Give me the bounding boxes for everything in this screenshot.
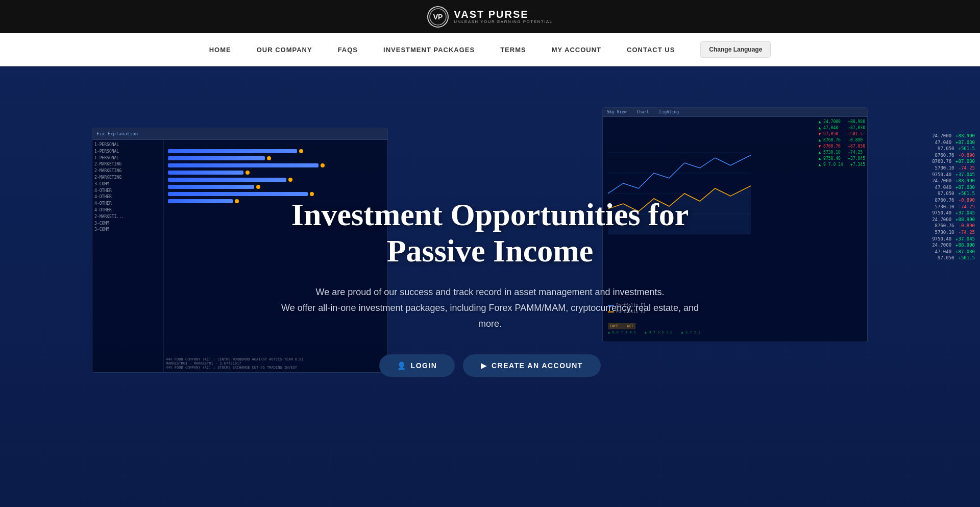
hero-section: Fix Explanation 1-PERSONAL1-PERSONAL1-PE… bbox=[0, 66, 980, 507]
nav-investment-packages[interactable]: INVESTMENT PACKAGES bbox=[383, 46, 475, 54]
nav-home[interactable]: HOME bbox=[209, 46, 231, 54]
svg-text:VP: VP bbox=[433, 13, 443, 21]
hero-subtitle-line2: We offer all-in-one investment packages,… bbox=[281, 303, 699, 329]
hero-content: Investment Opportunities for Passive Inc… bbox=[260, 197, 720, 377]
nav-faqs[interactable]: FAQS bbox=[338, 46, 358, 54]
nav-contact-us[interactable]: CONTACT US bbox=[627, 46, 675, 54]
login-button-label: LOGIN bbox=[411, 361, 437, 370]
user-icon: 👤 bbox=[397, 361, 407, 370]
login-button[interactable]: 👤 LOGIN bbox=[379, 354, 455, 377]
change-language-button[interactable]: Change Language bbox=[700, 41, 771, 58]
top-bar: VP VAST PURSE UNLEASH YOUR EARNING POTEN… bbox=[0, 0, 980, 33]
nav-my-account[interactable]: MY ACCOUNT bbox=[552, 46, 601, 54]
right-data-numbers: 24.7000+88.990 47.040+87.030 97.050+501.… bbox=[878, 133, 980, 261]
logo[interactable]: VP VAST PURSE UNLEASH YOUR EARNING POTEN… bbox=[427, 6, 552, 28]
logo-sub-text: UNLEASH YOUR EARNING POTENTIAL bbox=[454, 20, 552, 25]
hero-subtitle-line1: We are proud of our success and track re… bbox=[315, 287, 664, 297]
hero-subtitle: We are proud of our success and track re… bbox=[281, 284, 699, 331]
create-account-label: CREATE AN ACCOUNT bbox=[492, 361, 583, 370]
hero-title: Investment Opportunities for Passive Inc… bbox=[281, 197, 699, 270]
logo-text: VAST PURSE UNLEASH YOUR EARNING POTENTIA… bbox=[454, 9, 552, 25]
play-icon: ▶ bbox=[481, 361, 487, 370]
nav-our-company[interactable]: OUR COMPANY bbox=[257, 46, 312, 54]
logo-main-text: VAST PURSE bbox=[454, 9, 552, 20]
hero-buttons: 👤 LOGIN ▶ CREATE AN ACCOUNT bbox=[281, 354, 699, 377]
nav-terms[interactable]: TERMS bbox=[500, 46, 526, 54]
create-account-button[interactable]: ▶ CREATE AN ACCOUNT bbox=[463, 354, 600, 377]
navigation: HOME OUR COMPANY FAQS INVESTMENT PACKAGE… bbox=[0, 33, 980, 66]
logo-icon: VP bbox=[427, 6, 449, 28]
